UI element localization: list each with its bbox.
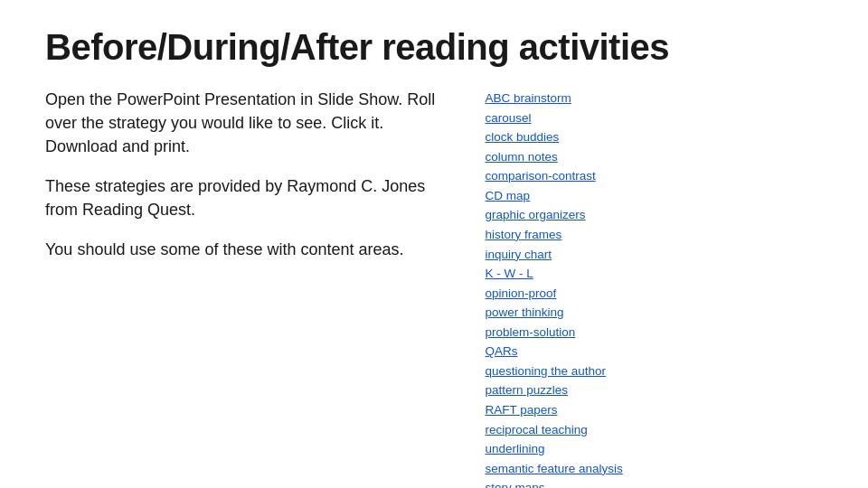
link-item[interactable]: clock buddies xyxy=(486,128,824,146)
link-item[interactable]: problem-solution xyxy=(486,324,824,342)
link-item[interactable]: semantic feature analysis xyxy=(486,460,824,478)
link-item[interactable]: reciprocal teaching xyxy=(486,421,824,439)
link-item[interactable]: ABC brainstorm xyxy=(486,89,824,108)
link-item[interactable]: underlining xyxy=(486,440,824,458)
content-area: Open the PowerPoint Presentation in Slid… xyxy=(45,88,823,488)
paragraph-3: You should use some of these with conten… xyxy=(45,238,458,261)
link-item[interactable]: QARs xyxy=(486,343,824,361)
link-item[interactable]: RAFT papers xyxy=(486,401,824,419)
link-item[interactable]: comparison-contrast xyxy=(486,167,824,185)
slide: Before/During/After reading activities O… xyxy=(0,0,868,488)
paragraph-1: Open the PowerPoint Presentation in Slid… xyxy=(45,88,458,158)
link-item[interactable]: story maps xyxy=(486,479,824,488)
page-title: Before/During/After reading activities xyxy=(45,27,823,68)
link-item[interactable]: questioning the author xyxy=(486,362,824,380)
link-item[interactable]: history frames xyxy=(486,226,824,244)
link-item[interactable]: CD map xyxy=(486,187,824,205)
link-item[interactable]: opinion-proof xyxy=(486,285,824,303)
links-list: ABC brainstormcarouselclock buddiescolum… xyxy=(486,88,824,488)
link-item[interactable]: inquiry chart xyxy=(486,246,824,264)
link-item[interactable]: graphic organizers xyxy=(486,206,824,224)
left-text-block: Open the PowerPoint Presentation in Slid… xyxy=(45,88,458,488)
link-item[interactable]: K - W - L xyxy=(486,265,824,283)
link-item[interactable]: column notes xyxy=(486,148,824,166)
link-item[interactable]: power thinking xyxy=(486,304,824,322)
link-item[interactable]: carousel xyxy=(486,109,824,127)
link-item[interactable]: pattern puzzles xyxy=(486,381,824,399)
paragraph-2: These strategies are provided by Raymond… xyxy=(45,174,458,221)
